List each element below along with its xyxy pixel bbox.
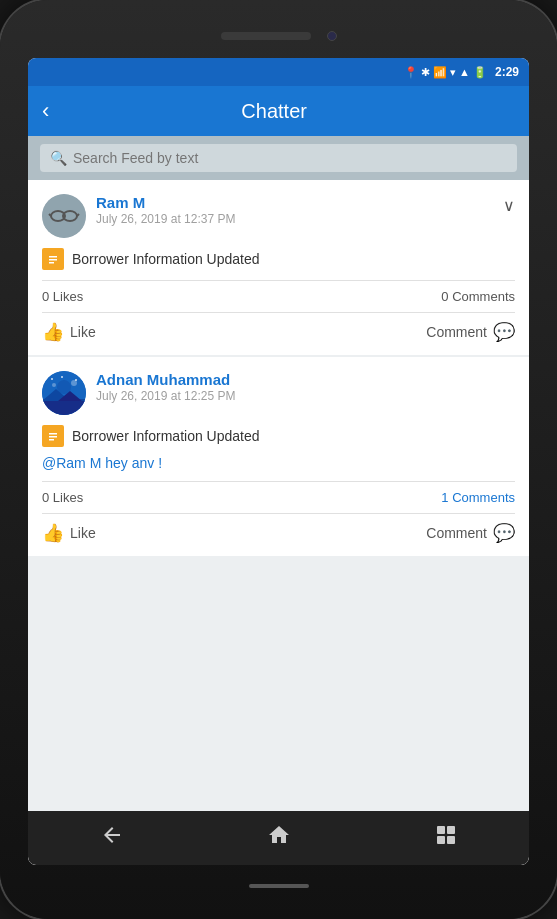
like-label-2: Like: [70, 525, 96, 541]
phone-top: [28, 18, 529, 54]
post-update-text-2: Borrower Information Updated: [72, 428, 260, 444]
comment-icon-2: 💬: [493, 522, 515, 544]
svg-point-17: [75, 379, 77, 381]
likes-count-2: 0: [42, 490, 49, 505]
nav-home-button[interactable]: [259, 815, 299, 861]
post-header-1: Ram M July 26, 2019 at 12:37 PM ∨: [42, 194, 515, 238]
post-author-1: Ram M: [96, 194, 495, 211]
feed: Ram M July 26, 2019 at 12:37 PM ∨: [28, 180, 529, 811]
likes-stat-2: 0 Likes: [42, 490, 83, 505]
back-button[interactable]: ‹: [42, 98, 49, 124]
phone-shell: 📍 ✱ 📶 ▾ ▲ 🔋 2:29 ‹ Chatter 🔍: [0, 0, 557, 919]
svg-rect-23: [49, 436, 57, 438]
like-button-1[interactable]: 👍 Like: [42, 321, 96, 343]
svg-rect-28: [447, 836, 455, 844]
comments-count-2: 1: [441, 490, 448, 505]
like-label-1: Like: [70, 324, 96, 340]
nav-apps-button[interactable]: [426, 815, 466, 861]
comment-button-1[interactable]: Comment 💬: [426, 321, 515, 343]
home-indicator: [249, 884, 309, 888]
update-icon-svg-1: [45, 251, 61, 267]
post-body-1: Borrower Information Updated: [42, 248, 515, 270]
post-update-text-1: Borrower Information Updated: [72, 251, 260, 267]
signal-icon: 📶: [433, 66, 447, 79]
avatar-adnan: [42, 371, 86, 415]
expand-button-1[interactable]: ∨: [503, 196, 515, 215]
svg-rect-25: [437, 826, 445, 834]
comment-icon-1: 💬: [493, 321, 515, 343]
phone-camera: [327, 31, 337, 41]
location-icon: 📍: [404, 66, 418, 79]
svg-rect-18: [42, 401, 86, 415]
post-author-2: Adnan Muhammad: [96, 371, 515, 388]
post-card-1: Ram M July 26, 2019 at 12:37 PM ∨: [28, 180, 529, 355]
nav-back-button[interactable]: [92, 815, 132, 861]
back-nav-icon: [100, 823, 124, 847]
adnan-avatar-svg: [42, 371, 86, 415]
svg-rect-7: [49, 256, 57, 258]
status-icons: 📍 ✱ 📶 ▾ ▲ 🔋: [404, 66, 487, 79]
screen: 📍 ✱ 📶 ▾ ▲ 🔋 2:29 ‹ Chatter 🔍: [28, 58, 529, 865]
post-stats-2: 0 Likes 1 Comments: [42, 481, 515, 513]
comments-count-1: 0: [441, 289, 448, 304]
svg-rect-8: [49, 259, 57, 261]
likes-stat-1: 0 Likes: [42, 289, 83, 304]
comments-stat-2: 1 Comments: [441, 490, 515, 505]
post-body-2: Borrower Information Updated @Ram M hey …: [42, 425, 515, 471]
network-icon: ▲: [459, 66, 470, 78]
svg-line-5: [77, 214, 79, 216]
svg-rect-24: [49, 439, 54, 441]
like-button-2[interactable]: 👍 Like: [42, 522, 96, 544]
comments-label-2: Comments: [452, 490, 515, 505]
comment-label-1: Comment: [426, 324, 487, 340]
post-meta-2: Adnan Muhammad July 26, 2019 at 12:25 PM: [96, 371, 515, 403]
apps-nav-icon: [434, 823, 458, 847]
search-bar: 🔍: [28, 136, 529, 180]
svg-point-15: [51, 378, 53, 380]
post-meta-1: Ram M July 26, 2019 at 12:37 PM: [96, 194, 495, 226]
svg-point-14: [52, 383, 56, 387]
bluetooth-icon: ✱: [421, 66, 430, 79]
search-input[interactable]: [73, 150, 507, 166]
post-mention-2: @Ram M hey anv !: [42, 455, 515, 471]
nav-bar: ‹ Chatter: [28, 86, 529, 136]
status-time: 2:29: [495, 65, 519, 79]
post-date-2: July 26, 2019 at 12:25 PM: [96, 389, 515, 403]
phone-speaker: [221, 32, 311, 40]
phone-bottom: [28, 871, 529, 901]
svg-point-16: [61, 376, 63, 378]
svg-rect-27: [437, 836, 445, 844]
battery-icon: 🔋: [473, 66, 487, 79]
update-icon-svg-2: [45, 428, 61, 444]
avatar-ram: [42, 194, 86, 238]
post-actions-1: 👍 Like Comment 💬: [42, 312, 515, 355]
svg-rect-22: [49, 433, 57, 435]
search-wrapper[interactable]: 🔍: [40, 144, 517, 172]
post-update-row-2: Borrower Information Updated: [42, 425, 515, 447]
update-icon-2: [42, 425, 64, 447]
nav-title: Chatter: [63, 100, 485, 123]
like-icon-1: 👍: [42, 321, 64, 343]
svg-rect-26: [447, 826, 455, 834]
post-header-2: Adnan Muhammad July 26, 2019 at 12:25 PM: [42, 371, 515, 415]
post-card-2: Adnan Muhammad July 26, 2019 at 12:25 PM: [28, 357, 529, 556]
wifi-icon: ▾: [450, 66, 456, 79]
post-date-1: July 26, 2019 at 12:37 PM: [96, 212, 495, 226]
comments-label-1: Comments: [452, 289, 515, 304]
likes-label-2: Likes: [53, 490, 83, 505]
comment-button-2[interactable]: Comment 💬: [426, 522, 515, 544]
svg-rect-9: [49, 262, 54, 264]
home-nav-icon: [267, 823, 291, 847]
likes-label-1: Likes: [53, 289, 83, 304]
post-actions-2: 👍 Like Comment 💬: [42, 513, 515, 556]
ram-avatar-svg: [42, 194, 86, 238]
comments-stat-1: 0 Comments: [441, 289, 515, 304]
search-icon: 🔍: [50, 150, 67, 166]
update-icon-1: [42, 248, 64, 270]
likes-count-1: 0: [42, 289, 49, 304]
bottom-nav: [28, 811, 529, 865]
post-stats-1: 0 Likes 0 Comments: [42, 280, 515, 312]
post-update-row-1: Borrower Information Updated: [42, 248, 515, 270]
svg-line-4: [49, 214, 51, 216]
like-icon-2: 👍: [42, 522, 64, 544]
